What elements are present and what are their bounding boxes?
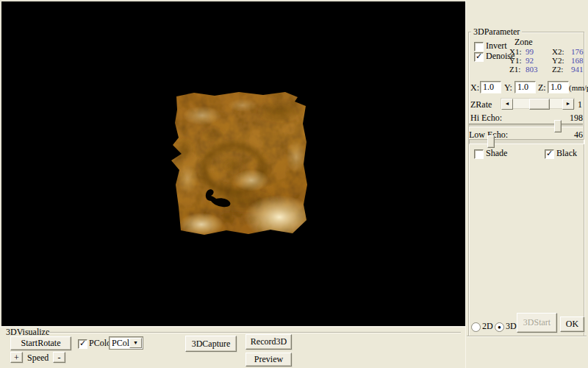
shade-checkbox[interactable] [474, 149, 484, 159]
speed-label: Speed [27, 353, 49, 363]
scale-x-input[interactable] [480, 81, 501, 93]
parameter-group-title: 3DParameter [471, 27, 522, 37]
zone-x1-label: X1: [509, 47, 526, 56]
parameter-groupbox [468, 32, 584, 336]
zone-y2-value: 168 [571, 56, 588, 65]
record3d-button[interactable]: Record3D [245, 334, 292, 350]
scale-y-input[interactable] [514, 81, 536, 93]
mode-3d-radio-dot: ● [495, 323, 503, 331]
zone-z1-label: Z1: [509, 65, 526, 74]
zone-x1-value: 99 [526, 47, 552, 56]
right-panel-separator [467, 336, 587, 336]
visualize-group-line [47, 332, 461, 333]
zone-y2-label: Y2: [552, 56, 571, 65]
pcolor-dropdown[interactable]: PColor ▼ [109, 336, 143, 350]
scale-y-label: Y: [504, 83, 512, 93]
shade-label: Shade [486, 149, 507, 158]
invert-label: Invert [486, 41, 507, 51]
zone-z2-label: Z2: [552, 65, 571, 74]
denoise-checkbox[interactable]: ✓ [474, 52, 484, 62]
invert-checkbox[interactable] [474, 42, 484, 52]
zone-y1-value: 92 [526, 56, 552, 65]
scale-unit-label: (mm/p) [569, 83, 588, 92]
zone-z1-value: 803 [526, 65, 552, 74]
mode-2d-radio-dot [472, 323, 480, 331]
zone-y1-label: Y1: [509, 56, 526, 65]
black-label: Black [556, 149, 577, 158]
denoise-check-mark: ✓ [476, 52, 482, 61]
hi-echo-label: Hi Echo: [470, 113, 502, 123]
zone-x2-value: 176 [571, 47, 588, 56]
mode-2d-label: 2D [482, 322, 493, 331]
capture3d-button[interactable]: 3DCapture [185, 336, 237, 352]
ultrasound-volume-render [169, 91, 309, 238]
scale-z-input[interactable] [548, 81, 569, 93]
speed-plus-button[interactable]: + [10, 352, 23, 363]
speed-minus-button[interactable]: - [53, 352, 65, 363]
zone-x2-label: X2: [552, 47, 571, 56]
visualize-panel: 3DVisualize StartRotate + Speed - ✓ PCol… [0, 326, 465, 368]
pcolor-check-mark: ✓ [79, 339, 86, 348]
black-checkbox[interactable]: ✓ [545, 149, 554, 159]
black-check-mark: ✓ [546, 149, 553, 158]
mode-3d-label: 3D [506, 322, 517, 331]
preview-button[interactable]: Preview [245, 353, 292, 367]
zone-values-grid: X1: 99 X2: 176 Y1: 92 Y2: 168 Z1: 803 Z2… [509, 47, 588, 74]
hi-echo-value: 198 [561, 113, 583, 123]
start3d-button[interactable]: 3DStart [517, 313, 557, 333]
start-rotate-button[interactable]: StartRotate [10, 336, 71, 350]
low-echo-slider-thumb[interactable] [487, 135, 495, 148]
low-echo-slider[interactable] [469, 139, 584, 144]
zrate-scroll-right-icon[interactable]: ► [562, 99, 574, 110]
scale-z-label: Z: [538, 83, 546, 93]
zrate-scroll-thumb[interactable] [529, 99, 550, 110]
zone-title: Zone [514, 38, 533, 47]
zrate-label: ZRate [470, 100, 492, 110]
scale-x-label: X: [470, 83, 479, 93]
mode-2d-radio[interactable] [471, 322, 481, 332]
dropdown-arrow-icon[interactable]: ▼ [129, 338, 142, 348]
zrate-scroll-left-icon[interactable]: ◄ [501, 99, 513, 110]
zrate-value: 1 [578, 100, 582, 110]
mode-3d-radio[interactable]: ● [495, 322, 504, 332]
render-viewport[interactable] [1, 1, 465, 326]
hi-echo-slider[interactable] [469, 124, 583, 127]
pcolor-checkbox[interactable]: ✓ [78, 339, 87, 349]
parameter-panel: 3DParameter Invert ✓ Denoise Zone X1: 99… [465, 0, 588, 368]
app-window: 3DParameter Invert ✓ Denoise Zone X1: 99… [0, 0, 588, 368]
zrate-scrollbar[interactable]: ◄ ► [501, 98, 575, 109]
zone-z2-value: 941 [571, 65, 588, 74]
ok-button[interactable]: OK [560, 316, 584, 332]
